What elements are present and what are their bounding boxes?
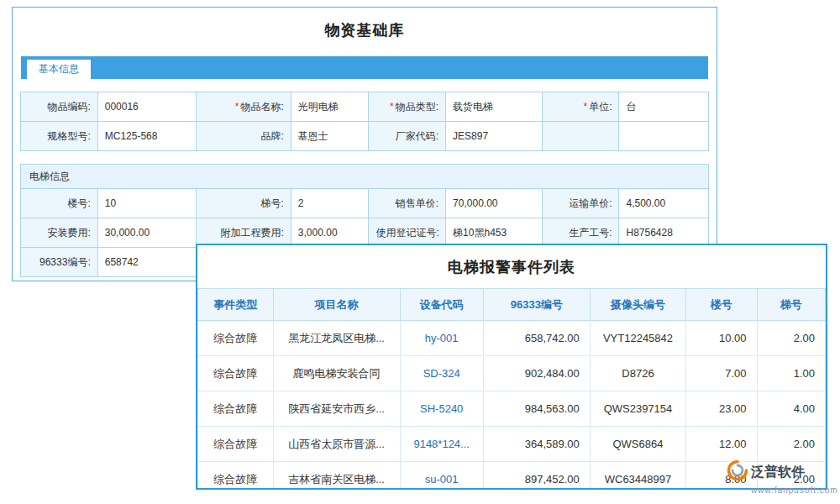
required-mark: * xyxy=(583,101,587,113)
cell-96333-number: 902,484.00 xyxy=(483,356,590,391)
field-label: 品牌: xyxy=(196,122,291,151)
field-value: 台 xyxy=(619,92,709,122)
field-value xyxy=(619,122,709,151)
cell-event-type: 综合故障 xyxy=(198,356,274,391)
field-value: 基恩士 xyxy=(291,122,369,151)
alarm-event-row[interactable]: 综合故障 陕西省延安市西乡... SH-5240 984,563.00 QWS2… xyxy=(198,391,826,427)
cell-project-name: 鹿鸣电梯安装合同 xyxy=(273,356,400,391)
table-header-row: 事件类型 项目名称 设备代码 96333编号 摄像头编号 楼号 梯号 xyxy=(198,289,826,321)
cell-project-name: 陕西省延安市西乡... xyxy=(273,391,400,427)
cell-building-number: 10.00 xyxy=(686,321,757,356)
alarm-event-row[interactable]: 综合故障 黑龙江龙凤区电梯... hy-001 658,742.00 VYT12… xyxy=(198,321,826,356)
cell-event-type: 综合故障 xyxy=(198,462,274,491)
device-code-link[interactable]: su-001 xyxy=(425,473,459,486)
field-label: 厂家代码: xyxy=(369,122,446,151)
cell-building-number: 7.00 xyxy=(686,356,757,391)
cell-96333-number: 897,452.00 xyxy=(483,462,590,491)
field-label: 安装费用: xyxy=(21,218,98,248)
cell-device-code: hy-001 xyxy=(400,321,483,356)
field-label: 梯号: xyxy=(196,189,291,218)
field-value: 载货电梯 xyxy=(446,92,543,122)
field-label: 运输单价: xyxy=(542,189,619,218)
fanpu-logo-icon xyxy=(727,460,748,484)
form-row: 楼号: 10 梯号: 2 销售单价: 70,000.00 运输单价: 4,500… xyxy=(21,189,709,218)
cell-camera-number: VYT12245842 xyxy=(590,321,685,356)
cell-camera-number: QWS6864 xyxy=(590,427,685,462)
cell-building-number: 23.00 xyxy=(686,391,757,427)
field-value: 4,500.00 xyxy=(619,189,709,218)
watermark: 泛普软件 www.fanpusoft.com xyxy=(727,460,838,495)
field-label: 销售单价: xyxy=(369,189,446,218)
screen: 物资基础库 基本信息 物品编码: 000016 *物品名称: 光明电梯 *物品类… xyxy=(0,0,840,504)
cell-camera-number: QWS2397154 xyxy=(590,391,685,427)
col-header-project-name: 项目名称 xyxy=(273,289,400,321)
field-label: 规格型号: xyxy=(21,122,98,151)
cell-camera-number: D8726 xyxy=(590,356,685,391)
field-value: 光明电梯 xyxy=(291,92,369,122)
field-value: 2 xyxy=(291,189,369,218)
cell-96333-number: 658,742.00 xyxy=(483,321,590,356)
col-header-elevator-number: 梯号 xyxy=(757,289,825,321)
cell-elevator-number: 1.00 xyxy=(757,356,825,391)
cell-event-type: 综合故障 xyxy=(198,427,274,462)
field-value: 10 xyxy=(97,189,196,218)
cell-event-type: 综合故障 xyxy=(198,391,274,427)
watermark-url: www.fanpusoft.com xyxy=(727,486,838,495)
alarm-events-window: 电梯报警事件列表 事件类型 项目名称 设备代码 96333编号 摄像头编号 楼号… xyxy=(196,244,827,490)
cell-device-code: su-001 xyxy=(400,462,483,491)
cell-96333-number: 984,563.00 xyxy=(483,391,590,427)
col-header-96333-number: 96333编号 xyxy=(483,289,590,321)
cell-project-name: 黑龙江龙凤区电梯... xyxy=(273,321,400,356)
cell-elevator-number: 2.00 xyxy=(757,321,825,356)
col-header-camera-number: 摄像头编号 xyxy=(590,289,685,321)
cell-device-code: SH-5240 xyxy=(400,391,483,427)
col-header-device-code: 设备代码 xyxy=(400,289,483,321)
cell-elevator-number: 4.00 xyxy=(757,391,825,427)
section-header-elevator-info: 电梯信息 xyxy=(20,164,709,189)
cell-elevator-number: 2.00 xyxy=(757,427,825,462)
cell-device-code: SD-324 xyxy=(400,356,483,391)
basic-info-form: 物品编码: 000016 *物品名称: 光明电梯 *物品类型: 载货电梯 *单位… xyxy=(20,92,709,151)
tab-basic-info[interactable]: 基本信息 xyxy=(27,60,91,79)
cell-camera-number: WC63448997 xyxy=(590,462,685,491)
required-mark: * xyxy=(390,101,394,113)
field-value: 658742 xyxy=(97,248,196,277)
watermark-name: 泛普软件 xyxy=(751,464,805,481)
device-code-link[interactable]: SD-324 xyxy=(423,367,460,380)
form-row: 物品编码: 000016 *物品名称: 光明电梯 *物品类型: 载货电梯 *单位… xyxy=(21,92,709,122)
device-code-link[interactable]: SH-5240 xyxy=(420,402,463,415)
form-row: 规格型号: MC125-568 品牌: 基恩士 厂家代码: JES897 xyxy=(21,122,709,151)
window-title: 物资基础库 xyxy=(13,20,717,40)
cell-project-name: 山西省太原市晋源... xyxy=(273,427,400,462)
cell-event-type: 综合故障 xyxy=(198,321,274,356)
field-value: 70,000.00 xyxy=(446,189,543,218)
col-header-event-type: 事件类型 xyxy=(198,289,274,321)
cell-96333-number: 364,589.00 xyxy=(483,427,590,462)
alarm-events-table: 事件类型 项目名称 设备代码 96333编号 摄像头编号 楼号 梯号 综合故障 … xyxy=(197,288,826,490)
popup-title: 电梯报警事件列表 xyxy=(197,245,826,288)
field-label: 物品编码: xyxy=(21,92,98,122)
device-code-link[interactable]: 9148*124... xyxy=(413,438,470,450)
field-value: 30,000.00 xyxy=(97,218,196,248)
field-value: JES897 xyxy=(446,122,543,151)
cell-project-name: 吉林省南关区电梯... xyxy=(273,462,400,491)
cell-device-code: 9148*124... xyxy=(400,427,483,462)
material-library-window: 物资基础库 基本信息 物品编码: 000016 *物品名称: 光明电梯 *物品类… xyxy=(12,7,717,281)
field-label: *物品类型: xyxy=(369,92,446,122)
device-code-link[interactable]: hy-001 xyxy=(425,332,459,344)
tab-bar: 基本信息 xyxy=(21,56,708,79)
alarm-event-row[interactable]: 综合故障 鹿鸣电梯安装合同 SD-324 902,484.00 D8726 7.… xyxy=(198,356,826,391)
required-mark: * xyxy=(235,101,239,113)
cell-building-number: 12.00 xyxy=(686,427,757,462)
field-label: *单位: xyxy=(542,92,619,122)
field-value: 000016 xyxy=(97,92,196,122)
alarm-event-row[interactable]: 综合故障 山西省太原市晋源... 9148*124... 364,589.00 … xyxy=(198,427,826,462)
field-label: 96333编号: xyxy=(21,248,98,277)
field-label xyxy=(542,122,619,151)
field-value: MC125-568 xyxy=(97,122,196,151)
field-label: *物品名称: xyxy=(196,92,291,122)
field-label: 楼号: xyxy=(21,189,98,218)
col-header-building-number: 楼号 xyxy=(686,289,757,321)
